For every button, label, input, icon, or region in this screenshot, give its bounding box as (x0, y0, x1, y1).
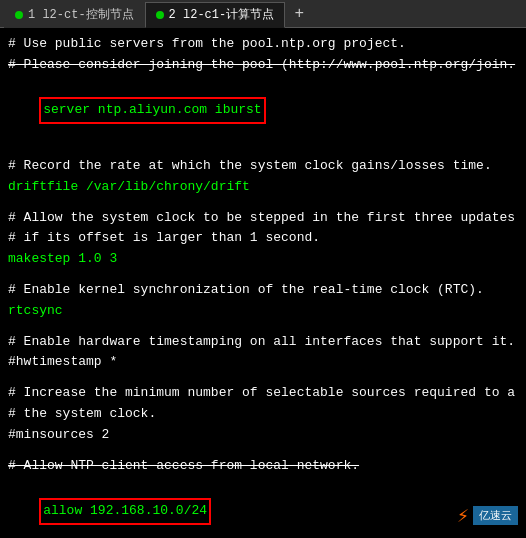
line-3-highlighted: server ntp.aliyun.com iburst (8, 76, 518, 146)
tab-2-dot (156, 11, 164, 19)
line-empty-5 (8, 373, 518, 383)
line-empty-6 (8, 446, 518, 456)
line-12: #hwtimestamp * (8, 352, 518, 373)
line-16-strikethrough: # Allow NTP client access from local net… (8, 456, 518, 477)
line-empty-4 (8, 322, 518, 332)
line-2: # Please consider joining the pool (http… (8, 55, 518, 76)
line-10: rtcsync (8, 301, 518, 322)
tab-plus-button[interactable]: + (287, 2, 311, 26)
line-9: # Enable kernel synchronization of the r… (8, 280, 518, 301)
line-empty-2 (8, 198, 518, 208)
watermark-text: 亿速云 (473, 506, 518, 525)
line-empty-1 (8, 146, 518, 156)
content-area: # Use public servers from the pool.ntp.o… (0, 28, 526, 538)
tab-2-label: 2 l2-c1-计算节点 (169, 6, 275, 23)
line-6: # Allow the system clock to be stepped i… (8, 208, 518, 229)
line-17-highlighted: allow 192.168.10.0/24 (8, 476, 518, 538)
line-11: # Enable hardware timestamping on all in… (8, 332, 518, 353)
line-1: # Use public servers from the pool.ntp.o… (8, 34, 518, 55)
line-empty-3 (8, 270, 518, 280)
line-4: # Record the rate at which the system cl… (8, 156, 518, 177)
allow-line-box: allow 192.168.10.0/24 (39, 498, 211, 525)
line-7: # if its offset is larger than 1 second. (8, 228, 518, 249)
tab-1-label: 1 l2-ct-控制节点 (28, 6, 134, 23)
watermark-icon: ⚡ (457, 503, 469, 528)
tab-2[interactable]: 2 l2-c1-计算节点 (145, 2, 286, 28)
watermark: ⚡ 亿速云 (457, 503, 518, 528)
tab-1[interactable]: 1 l2-ct-控制节点 (4, 2, 145, 28)
tab-1-dot (15, 11, 23, 19)
line-13: # Increase the minimum number of selecta… (8, 383, 518, 404)
server-line-box: server ntp.aliyun.com iburst (39, 97, 265, 124)
plus-icon: + (294, 5, 304, 23)
line-5: driftfile /var/lib/chrony/drift (8, 177, 518, 198)
line-8: makestep 1.0 3 (8, 249, 518, 270)
tab-bar: 1 l2-ct-控制节点 2 l2-c1-计算节点 + (0, 0, 526, 28)
line-15: #minsources 2 (8, 425, 518, 446)
line-14: # the system clock. (8, 404, 518, 425)
